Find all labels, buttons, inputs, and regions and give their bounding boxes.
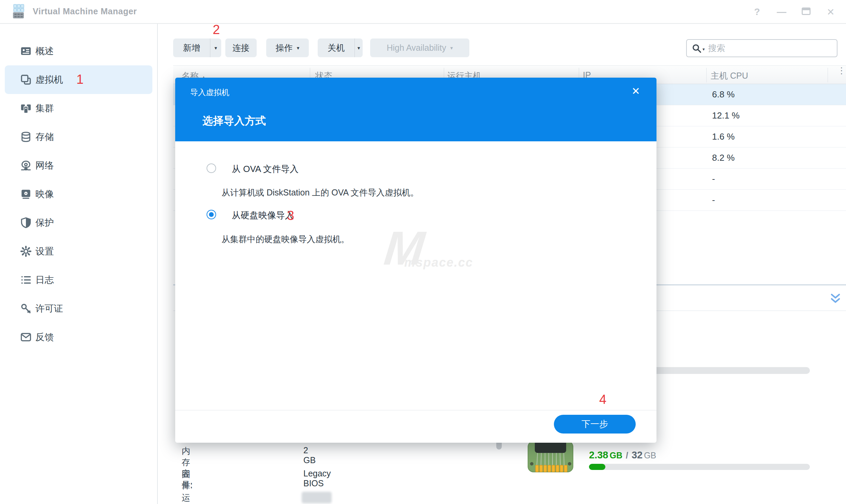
sidebar-item-overview[interactable]: 概述 [5,37,152,65]
host-cpu-value: 8.2 % [712,153,735,163]
action-button-label: 操作 [276,42,293,53]
add-button[interactable]: 新增 ▾ [173,38,221,57]
action-dropdown-caret: ▾ [297,45,300,51]
annotation-step-4: 4 [599,392,606,407]
sidebar-item-label: 保护 [35,217,54,229]
sidebar-item-image[interactable]: 映像 [5,180,152,208]
maximize-icon[interactable] [800,6,812,17]
annotation-step-1: 1 [76,72,84,87]
dialog-title: 导入虚拟机 [190,87,229,98]
minimize-icon[interactable]: — [776,6,787,17]
sidebar-item-license[interactable]: 许可证 [5,294,152,323]
sidebar-item-network[interactable]: 网络 [5,151,152,180]
dialog-close-icon[interactable]: ✕ [632,85,640,97]
sidebar-item-log[interactable]: 日志 [5,266,152,294]
memory-chip-icon [527,441,574,473]
close-icon[interactable]: ✕ [825,6,836,18]
option-label-disk-image[interactable]: 从硬盘映像导入 [232,209,294,221]
sidebar-item-label: 映像 [35,188,54,200]
redacted-host-value [302,492,332,503]
sidebar-item-label: 存储 [35,131,54,143]
next-button[interactable]: 下一步 [554,415,636,434]
ram-usage-bar [589,464,810,470]
high-availability-caret: ▾ [450,45,453,51]
sidebar-item-label: 网络 [35,159,54,172]
cluster-icon [20,102,32,114]
annotation-step-2: 2 [213,22,220,37]
sidebar-item-label: 日志 [35,274,54,286]
sidebar-item-protection[interactable]: 保护 [5,208,152,237]
high-availability-button[interactable]: High Availability ▾ [370,38,469,57]
host-cpu-value: 1.6 % [712,131,735,142]
help-icon[interactable]: ? [751,6,763,17]
sidebar-item-storage[interactable]: 存储 [5,123,152,151]
shutdown-button[interactable]: 关机 ▾ [318,38,363,57]
column-settings-icon[interactable]: ⋮ [837,68,846,73]
network-icon [20,159,32,172]
option-desc-disk-image: 从集群中的硬盘映像导入虚拟机。 [222,234,349,245]
shutdown-button-label[interactable]: 关机 [318,38,354,57]
radio-import-from-disk-image[interactable] [207,210,216,219]
sidebar-item-label: 设置 [35,245,54,257]
sidebar-item-label: 许可证 [35,302,63,315]
vm-icon [20,74,32,86]
ram-usage-text: 2.38GB/32GB [589,450,656,461]
title-bar: Virtual Machine Manager ? — ✕ [0,0,846,24]
search-input[interactable] [708,43,821,53]
feedback-icon [20,331,32,343]
sidebar-item-label: 虚拟机 [35,74,63,86]
sidebar-item-label: 反馈 [35,331,54,343]
expand-details-icon[interactable] [829,292,842,305]
add-button-label[interactable]: 新增 [173,38,210,57]
search-box[interactable]: ▾ [686,39,837,57]
host-cpu-value: 6.8 % [712,89,735,100]
vmm-window: Virtual Machine Manager ? — ✕ 概述 虚拟机 集群 [0,0,846,504]
host-cpu-value: - [712,195,715,205]
sidebar-item-settings[interactable]: 设置 [5,237,152,266]
detail-label: 运行主机: [182,492,193,504]
detail-label: 固件: [182,469,193,491]
sidebar-item-label: 集群 [35,102,54,114]
window-controls: ? — ✕ [751,0,836,24]
annotation-step-3: 3 [287,208,294,223]
connect-button[interactable]: 连接 [225,38,257,57]
dialog-header: 导入虚拟机 ✕ 选择导入方式 [175,78,656,141]
add-dropdown-caret[interactable]: ▾ [210,38,221,57]
shutdown-dropdown-caret[interactable]: ▾ [354,38,363,57]
app-title: Virtual Machine Manager [33,6,137,16]
host-cpu-value: 12.1 % [712,110,740,121]
log-icon [20,274,32,286]
detail-value: 2 GB [303,445,316,465]
watermark-text: mspace.cc [404,255,473,270]
overview-icon [20,45,32,57]
image-icon [20,188,32,200]
host-cpu-value: - [712,174,715,184]
action-button[interactable]: 操作 ▾ [266,38,309,57]
app-logo-icon [10,3,27,20]
protection-icon [20,217,32,229]
search-icon [692,43,702,53]
column-header-host-cpu[interactable]: 主机 CPU [711,70,748,81]
license-icon [20,302,32,315]
ram-usage-bar-fill [589,464,605,470]
ram-total-value: 32 [632,450,643,460]
search-scope-caret[interactable]: ▾ [703,47,705,52]
dialog-step-heading: 选择导入方式 [202,114,266,128]
sidebar: 概述 虚拟机 集群 存储 网络 [0,24,158,504]
option-desc-ova: 从计算机或 DiskStation 上的 OVA 文件导入虚拟机。 [222,187,419,198]
high-availability-label: High Availability [387,43,446,53]
radio-import-from-ova[interactable] [207,163,216,173]
ram-used-value: 2.38 [589,450,608,460]
sidebar-item-label: 概述 [35,45,54,57]
option-label-ova[interactable]: 从 OVA 文件导入 [232,163,299,175]
detail-value: Legacy BIOS [303,469,331,488]
dialog-footer-divider [175,410,656,410]
storage-icon [20,131,32,143]
sidebar-item-feedback[interactable]: 反馈 [5,323,152,351]
sidebar-item-cluster[interactable]: 集群 [5,94,152,123]
settings-icon [20,245,32,257]
